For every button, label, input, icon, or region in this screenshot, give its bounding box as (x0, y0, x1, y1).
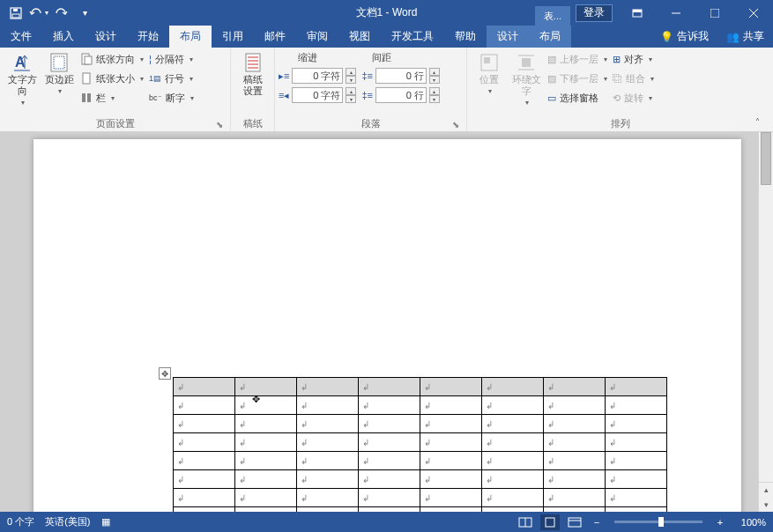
table-cell[interactable]: ↲ (235, 489, 297, 507)
zoom-in-button[interactable]: + (713, 515, 727, 529)
manuscript-button[interactable]: 稿纸 设置 (234, 49, 271, 100)
table-cell[interactable]: ↲ (606, 470, 667, 489)
tab-insert[interactable]: 插入 (42, 26, 85, 48)
table-cell[interactable]: ↲ (544, 415, 606, 433)
table-cell[interactable]: ↲ (420, 489, 482, 507)
rotate-button[interactable]: ⟲旋转▾ (610, 88, 657, 107)
margins-button[interactable]: 页边距▾ (41, 49, 78, 100)
bring-forward-button[interactable]: ▧上移一层▾ (545, 49, 610, 69)
table-cell[interactable]: ↲ (359, 415, 420, 433)
tab-view[interactable]: 视图 (338, 26, 381, 48)
tab-table-design[interactable]: 设计 (487, 26, 529, 48)
table-cell[interactable]: ↲ (174, 415, 235, 433)
table-move-handle[interactable]: ✥ (159, 367, 171, 380)
table-cell[interactable]: ↲ (606, 507, 667, 513)
table-cell[interactable]: ↲ (420, 378, 482, 396)
table-cell[interactable]: ↲ (606, 396, 667, 415)
group-button[interactable]: ⿻组合▾ (610, 69, 657, 88)
table-cell[interactable]: ↲ (174, 489, 235, 507)
table-cell[interactable]: ↲ (606, 433, 667, 452)
selection-pane-button[interactable]: ▭选择窗格 (545, 88, 610, 107)
table-cell[interactable]: ↲ (420, 452, 482, 470)
share-button[interactable]: 👥共享 (717, 29, 773, 44)
undo-button[interactable]: ▾ (28, 3, 49, 24)
read-mode-button[interactable] (516, 514, 535, 530)
table-cell[interactable]: ↲ (606, 415, 667, 433)
position-button[interactable]: 位置▾ (471, 49, 508, 100)
table-cell[interactable]: ↲ (235, 396, 297, 415)
tab-mailings[interactable]: 邮件 (254, 26, 296, 48)
table-cell[interactable]: ↲ (544, 489, 606, 507)
send-backward-button[interactable]: ▨下移一层▾ (545, 69, 610, 88)
table-cell[interactable]: ↲ (297, 433, 359, 452)
table-cell[interactable]: ↲ (297, 489, 359, 507)
table-cell[interactable]: ↲ (297, 378, 359, 396)
indent-right-input[interactable]: 0 字符 (292, 87, 343, 103)
scroll-next-page[interactable]: ▾ (759, 497, 773, 512)
table-cell[interactable]: ↲ (482, 452, 544, 470)
tab-developer[interactable]: 开发工具 (381, 26, 444, 48)
language-status[interactable]: 英语(美国) (45, 515, 90, 528)
table-cell[interactable]: ↲ (359, 489, 420, 507)
table-cell[interactable]: ↲ (482, 433, 544, 452)
space-before-input[interactable]: 0 行 (375, 68, 427, 84)
table-cell[interactable]: ↲ (297, 507, 359, 513)
print-layout-button[interactable] (540, 514, 560, 530)
tab-references[interactable]: 引用 (212, 26, 254, 48)
qat-customize[interactable]: ▾ (74, 3, 95, 24)
paragraph-launcher[interactable]: ⬊ (450, 120, 461, 130)
table-cell[interactable]: ↲ (420, 470, 482, 489)
table-cell[interactable]: ↲ (359, 378, 420, 396)
zoom-out-button[interactable]: − (590, 515, 604, 529)
table-cell[interactable]: ↲ (235, 433, 297, 452)
tab-layout[interactable]: 布局 (169, 26, 212, 48)
page-setup-launcher[interactable]: ⬊ (214, 120, 225, 130)
wrap-text-button[interactable]: 环绕文字▾ (508, 49, 545, 111)
table-cell[interactable]: ↲ (482, 415, 544, 433)
ribbon-options-button[interactable] (618, 0, 657, 26)
table-cell[interactable]: ↲ (544, 507, 606, 513)
table-cell[interactable]: ↲ (606, 452, 667, 470)
table-cell[interactable]: ↲ (174, 396, 235, 415)
table-cell[interactable]: ↲ (297, 452, 359, 470)
table-cell[interactable]: ↲ (420, 396, 482, 415)
close-button[interactable] (734, 0, 773, 26)
minimize-button[interactable] (657, 0, 695, 26)
tab-design[interactable]: 设计 (85, 26, 127, 48)
table-cell[interactable]: ↲ (174, 433, 235, 452)
table-cell[interactable]: ↲ (420, 507, 482, 513)
table-cell[interactable]: ↲ (606, 489, 667, 507)
table-cell[interactable]: ↲ (359, 452, 420, 470)
table-cell[interactable]: ↲ (235, 415, 297, 433)
orientation-button[interactable]: 纸张方向▾ (78, 49, 146, 69)
save-button[interactable] (5, 3, 26, 24)
table-cell[interactable]: ↲ (482, 396, 544, 415)
space-after-input[interactable]: 0 行 (375, 87, 427, 103)
maximize-button[interactable] (695, 0, 734, 26)
columns-button[interactable]: 栏▾ (78, 88, 146, 107)
table-cell[interactable]: ↲ (297, 396, 359, 415)
table-cell[interactable]: ↲ (174, 378, 235, 396)
table-cell[interactable]: ↲ (482, 489, 544, 507)
zoom-slider[interactable] (614, 521, 702, 523)
space-after-spinner[interactable]: ▴▾ (429, 87, 440, 103)
table-cell[interactable]: ↲ (297, 415, 359, 433)
space-before-spinner[interactable]: ▴▾ (429, 68, 440, 84)
table-cell[interactable]: ↲ (235, 470, 297, 489)
line-numbers-button[interactable]: 1▤行号▾ (146, 69, 197, 88)
hyphenation-button[interactable]: bc⁻断字▾ (146, 88, 197, 107)
tab-review[interactable]: 审阅 (296, 26, 338, 48)
indent-right-spinner[interactable]: ▴▾ (346, 87, 356, 103)
tab-help[interactable]: 帮助 (444, 26, 487, 48)
table-cell[interactable]: ↲ (544, 378, 606, 396)
text-direction-button[interactable]: A 文字方向▾ (4, 49, 41, 111)
table-cell[interactable]: ↲ (235, 378, 297, 396)
table-cell[interactable]: ↲ (420, 433, 482, 452)
table-cell[interactable]: ↲ (174, 507, 235, 513)
table-cell[interactable]: ↲ (174, 470, 235, 489)
sign-in-button[interactable]: 登录 (576, 4, 613, 22)
table-cell[interactable]: ↲ (544, 396, 606, 415)
table-cell[interactable]: ↲ (544, 433, 606, 452)
table-cell[interactable]: ↲ (174, 452, 235, 470)
table-cell[interactable]: ↲ (235, 507, 297, 513)
